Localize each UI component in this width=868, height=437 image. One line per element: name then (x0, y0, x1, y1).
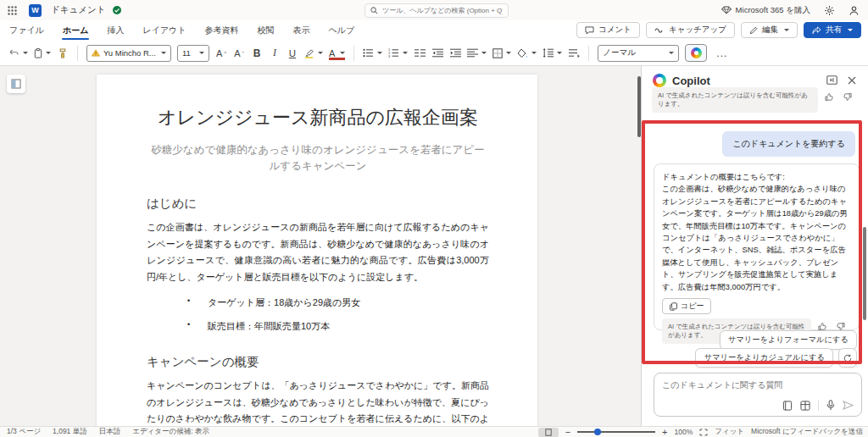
suggestion-casual-chip[interactable]: サマリーをよりカジュアルにする (695, 348, 833, 368)
close-panel-icon[interactable] (848, 76, 856, 85)
copilot-toolbar-button[interactable] (685, 44, 707, 62)
share-button[interactable]: 共有 (804, 22, 861, 38)
doc-heading-2[interactable]: キャンペーンの概要 (147, 354, 489, 370)
doc-heading-1[interactable]: はじめに (147, 196, 489, 212)
doc-paragraph-2[interactable]: キャンペーンのコンセプトは、「あっさりジュースでさわやかに」です。新商品のオレン… (147, 378, 489, 426)
paste-button[interactable] (34, 48, 51, 58)
prompt-gallery-icon[interactable] (800, 401, 810, 411)
user-chat-bubble[interactable]: このドキュメントを要約する (722, 131, 855, 157)
formatting-toolbar: Yu Mincho R... 11 A^ Aˇ B I U A 123 (0, 41, 868, 66)
doc-subtitle[interactable]: 砂糖少なめで健康的なあっさり味のオレンジジュースを若者にアピールするキャンペーン (147, 142, 489, 174)
move-panel-icon[interactable] (826, 75, 837, 85)
tab-references[interactable]: 参考資料 (196, 20, 248, 41)
word-count[interactable]: 1,091 単語 (53, 427, 87, 437)
doc-bullet-2[interactable]: •販売目標：年間販売量10万本 (147, 320, 489, 333)
buy-microsoft365-link[interactable]: Microsoft 365 を購入 (721, 5, 810, 16)
tab-view[interactable]: 表示 (284, 20, 320, 41)
more-options-button[interactable]: ... (716, 47, 727, 59)
search-box[interactable] (364, 3, 509, 18)
copilot-scrollbar[interactable] (863, 227, 866, 320)
search-input[interactable] (382, 7, 503, 14)
app-launcher-icon[interactable] (8, 6, 17, 15)
pencil-icon (749, 26, 758, 35)
underline-button[interactable]: U (287, 48, 298, 58)
tab-file[interactable]: ファイル (0, 20, 53, 41)
comments-button[interactable]: コメント (576, 22, 640, 38)
doc-title[interactable]: オレンジジュース新商品の広報企画案 (147, 103, 489, 131)
ribbon-tab-row: ファイル ホーム 挿入 レイアウト 参考資料 校閲 表示 ヘルプ コメント キャ… (0, 20, 868, 41)
copilot-panel: Copilot AI で生成されたコンテンツは誤りを含む可能性があります。 この… (641, 66, 868, 426)
thumbs-down-icon[interactable] (843, 92, 852, 102)
notebook-icon[interactable] (782, 401, 793, 411)
send-icon[interactable] (843, 401, 854, 410)
multilevel-list-button[interactable] (414, 48, 426, 58)
suggestion-formal-chip[interactable]: サマリーをよりフォーマルにする (720, 330, 857, 350)
increase-indent-button[interactable] (449, 48, 461, 58)
zoom-level[interactable]: 100% (675, 428, 693, 436)
italic-button[interactable]: I (269, 47, 281, 59)
numbering-button[interactable]: 123 (388, 48, 408, 58)
language-status[interactable]: 日本語 (99, 427, 121, 437)
word-logo-icon[interactable]: W (29, 4, 42, 17)
fit-label[interactable]: フィット (715, 427, 744, 437)
copilot-question-input[interactable] (662, 379, 854, 396)
paragraph-direction-button[interactable] (568, 48, 580, 58)
response-intro: ドキュメントの概要はこちらです: (662, 171, 851, 183)
doc-bullet-1[interactable]: •ターゲット層：18歳から29歳の男女 (147, 296, 489, 309)
zoom-out-button[interactable]: − (565, 428, 570, 436)
tab-home[interactable]: ホーム (53, 20, 97, 41)
undo-button[interactable] (8, 49, 28, 58)
document-name[interactable]: ドキュメント (51, 4, 105, 16)
zoom-slider-handle[interactable] (594, 429, 601, 435)
tab-insert[interactable]: 挿入 (97, 20, 133, 41)
format-painter-button[interactable] (57, 48, 69, 58)
document-page[interactable]: オレンジジュース新商品の広報企画案 砂糖少なめで健康的なあっさり味のオレンジジュ… (97, 75, 537, 426)
line-spacing-button[interactable] (542, 48, 562, 58)
search-icon (370, 7, 378, 14)
tab-review[interactable]: 校閲 (248, 20, 284, 41)
fit-icon[interactable] (699, 429, 708, 436)
font-name-select[interactable]: Yu Mincho R... (86, 45, 171, 62)
bold-button[interactable]: B (251, 47, 263, 59)
style-select[interactable]: ノーマル (598, 45, 679, 62)
settings-gear-icon[interactable] (824, 5, 835, 16)
tab-layout[interactable]: レイアウト (133, 20, 195, 41)
alignment-button[interactable] (467, 48, 487, 58)
catchup-button[interactable]: キャッチアップ (646, 22, 735, 38)
shrink-font-button[interactable]: Aˇ (233, 48, 245, 58)
microphone-icon[interactable] (826, 400, 835, 411)
font-size-select[interactable]: 11 (177, 45, 209, 62)
font-color-button[interactable]: A (329, 49, 345, 58)
page-count[interactable]: 1/3 ページ (7, 427, 41, 437)
feedback-link[interactable]: Microsoft にフィードバックを送信 (751, 427, 863, 437)
document-canvas: オレンジジュース新商品の広報企画案 砂糖少なめで健康的なあっさり味のオレンジジュ… (0, 66, 641, 426)
chevron-down-icon (318, 52, 323, 54)
svg-text:3: 3 (388, 54, 391, 58)
copilot-input-box[interactable] (654, 373, 862, 417)
page-view-button[interactable] (538, 428, 559, 437)
zoom-in-button[interactable]: + (662, 428, 667, 436)
decrease-indent-button[interactable] (431, 48, 443, 58)
highlight-color-button[interactable] (304, 48, 323, 58)
edit-mode-button[interactable]: 編集 (741, 22, 798, 38)
titlebar: W ドキュメント Microsoft 365 を購入 (0, 0, 868, 20)
regenerate-button[interactable] (838, 348, 857, 368)
account-icon[interactable] (849, 5, 860, 16)
grow-font-button[interactable]: A^ (215, 48, 227, 58)
navigation-pane-button[interactable] (7, 75, 25, 93)
zoom-slider[interactable] (577, 431, 655, 433)
wave-icon (654, 27, 665, 34)
chevron-down-icon (557, 52, 562, 54)
copy-button[interactable]: コピー (662, 298, 711, 314)
borders-button[interactable] (492, 48, 511, 58)
saved-status-icon[interactable] (112, 5, 122, 15)
chevron-down-icon (199, 52, 204, 54)
tab-help[interactable]: ヘルプ (320, 20, 364, 41)
shading-button[interactable] (517, 48, 537, 58)
doc-paragraph-1[interactable]: この企画書は、オレンジジュースの新商品を若年層に向けて広報するためのキャンペーン… (147, 219, 489, 285)
bullets-button[interactable] (363, 48, 382, 58)
chevron-down-icon (161, 52, 166, 54)
editor-suggestions[interactable]: エディターの候補: 表示 (132, 427, 209, 437)
response-body: この企画書は、砂糖少なめで健康的なあっさり味のオレンジジュースを若者にアピールす… (662, 183, 851, 293)
thumbs-up-icon[interactable] (825, 92, 834, 102)
